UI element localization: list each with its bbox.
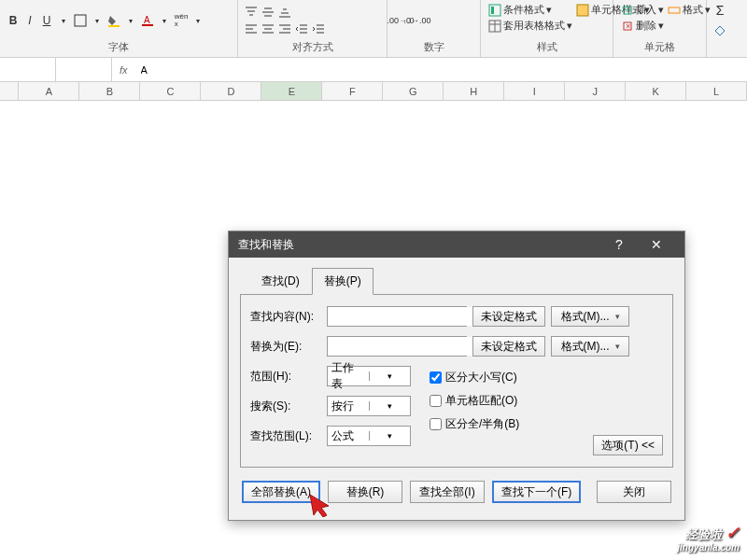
align-center-icon[interactable] xyxy=(261,21,275,36)
underline-button[interactable]: U xyxy=(39,13,54,28)
group-label-font: 字体 xyxy=(6,40,232,55)
column-headers: ABCDEFGHIJKL xyxy=(0,82,747,101)
help-button[interactable]: ? xyxy=(600,231,638,258)
search-label: 搜索(S): xyxy=(250,399,321,414)
watermark: 经验啦✓ jingyanla.com xyxy=(677,526,740,554)
fill-color-button[interactable] xyxy=(106,13,121,28)
chevron-down-icon[interactable]: ▾ xyxy=(90,13,105,28)
lookin-select[interactable]: 公式▾ xyxy=(327,426,411,446)
svg-rect-33 xyxy=(577,5,588,16)
tab-replace[interactable]: 替换(P) xyxy=(312,268,374,295)
match-case-check[interactable]: 区分大小写(C) xyxy=(430,370,519,385)
svg-rect-29 xyxy=(491,7,494,14)
conditional-format-button[interactable]: 条件格式 ▾ xyxy=(486,2,554,18)
replace-button[interactable]: 替换(R) xyxy=(328,481,402,503)
chevron-down-icon[interactable]: ▾ xyxy=(56,13,71,28)
delete-button[interactable]: ×删除 ▾ xyxy=(619,18,666,34)
format-button[interactable]: 格式 ▾ xyxy=(666,2,712,18)
indent-increase-icon[interactable] xyxy=(311,21,326,36)
svg-text:+: + xyxy=(626,6,630,15)
ribbon-group-cells: +插入 ▾ ×删除 ▾ 格式 ▾ 单元格 xyxy=(613,0,707,57)
insert-button[interactable]: +插入 ▾ xyxy=(619,2,666,18)
close-button[interactable]: 关闭 xyxy=(597,481,671,503)
indent-decrease-icon[interactable] xyxy=(294,21,309,36)
column-header[interactable]: F xyxy=(322,82,383,100)
group-label-styles: 样式 xyxy=(486,40,607,55)
fill-icon[interactable] xyxy=(712,23,727,38)
dialog-tabs: 查找(D) 替换(P) xyxy=(249,267,673,294)
border-button[interactable] xyxy=(73,13,88,28)
search-select[interactable]: 按行▾ xyxy=(327,396,411,416)
column-header[interactable]: A xyxy=(19,82,79,100)
align-bottom-icon[interactable] xyxy=(277,5,292,20)
find-format-button[interactable]: 格式(M)...▾ xyxy=(551,306,629,327)
align-top-icon[interactable] xyxy=(244,5,259,20)
svg-rect-28 xyxy=(489,5,500,16)
match-width-check[interactable]: 区分全/半角(B) xyxy=(430,416,519,432)
italic-button[interactable]: I xyxy=(22,13,37,28)
ribbon-group-number: .00→.0 .0→.00 数字 xyxy=(388,0,481,57)
svg-rect-1 xyxy=(108,25,120,27)
column-header[interactable]: C xyxy=(140,82,201,100)
replace-all-button[interactable]: 全部替换(A) xyxy=(242,481,320,503)
ribbon-group-styles: 条件格式 ▾ 套用表格格式 ▾ 单元格样式 ▾ 样式 xyxy=(481,0,613,57)
ribbon: B I U ▾ ▾ ▾ A ▾ wénx ▾ 字体 xyxy=(0,0,747,58)
svg-rect-3 xyxy=(142,24,153,26)
svg-rect-0 xyxy=(75,15,86,26)
replace-format-preview: 未设定格式 xyxy=(472,336,545,357)
spreadsheet-grid: ABCDEFGHIJKL xyxy=(0,82,747,101)
lookin-label: 查找范围(L): xyxy=(250,428,321,444)
scope-select[interactable]: 工作表▾ xyxy=(327,366,411,386)
replace-format-button[interactable]: 格式(M)...▾ xyxy=(551,336,629,357)
chevron-down-icon[interactable]: ▾ xyxy=(157,13,172,28)
find-replace-dialog: 查找和替换 ? ✕ 查找(D) 替换(P) 查找内容(N): ▾ 未设定格式 格… xyxy=(228,231,685,521)
svg-rect-38 xyxy=(669,7,680,13)
ribbon-group-font: B I U ▾ ▾ ▾ A ▾ wénx ▾ 字体 xyxy=(0,0,238,57)
find-next-button[interactable]: 查找下一个(F) xyxy=(492,481,581,503)
replace-input[interactable]: ▾ xyxy=(327,336,467,357)
column-header[interactable]: I xyxy=(504,82,565,100)
scope-label: 范围(H): xyxy=(250,369,321,385)
select-all-corner[interactable] xyxy=(0,82,19,100)
column-header[interactable]: H xyxy=(444,82,504,100)
formula-bar: fx xyxy=(0,58,747,82)
format-table-button[interactable]: 套用表格格式 ▾ xyxy=(486,18,574,34)
decimal-decrease-icon[interactable]: .0→.00 xyxy=(410,13,425,28)
find-all-button[interactable]: 查找全部(I) xyxy=(410,481,485,503)
find-input[interactable]: ▾ xyxy=(327,306,467,327)
dialog-titlebar[interactable]: 查找和替换 ? ✕ xyxy=(229,231,684,258)
bold-button[interactable]: B xyxy=(6,13,21,28)
formula-input[interactable] xyxy=(135,58,747,81)
group-label-align: 对齐方式 xyxy=(244,40,381,55)
replace-label: 替换为(E): xyxy=(250,339,321,355)
column-header[interactable]: K xyxy=(626,82,686,100)
ribbon-group-align: 对齐方式 xyxy=(238,0,388,57)
column-header[interactable]: G xyxy=(383,82,444,100)
align-left-icon[interactable] xyxy=(244,21,259,36)
group-label-number: 数字 xyxy=(393,40,474,55)
align-right-icon[interactable] xyxy=(277,21,292,36)
align-middle-icon[interactable] xyxy=(261,5,275,20)
column-header[interactable]: E xyxy=(261,82,322,100)
column-header[interactable]: B xyxy=(79,82,140,100)
column-header[interactable]: D xyxy=(201,82,261,100)
find-format-preview: 未设定格式 xyxy=(472,306,545,327)
fx-icon[interactable]: fx xyxy=(112,64,135,76)
match-cell-check[interactable]: 单元格匹配(O) xyxy=(430,393,519,409)
name-box[interactable] xyxy=(0,58,56,81)
svg-text:A: A xyxy=(144,15,150,25)
autosum-icon[interactable]: Σ xyxy=(712,3,727,18)
column-header[interactable]: J xyxy=(565,82,626,100)
font-color-button[interactable]: A xyxy=(140,13,155,28)
dialog-title: 查找和替换 xyxy=(238,237,600,253)
chevron-down-icon[interactable]: ▾ xyxy=(190,13,205,28)
tab-find[interactable]: 查找(D) xyxy=(249,268,312,295)
phonetic-button[interactable]: wénx xyxy=(174,13,189,28)
chevron-down-icon[interactable]: ▾ xyxy=(123,13,138,28)
column-header[interactable]: L xyxy=(686,82,747,100)
close-icon[interactable]: ✕ xyxy=(638,231,675,258)
group-label-cells: 单元格 xyxy=(619,40,700,55)
options-button[interactable]: 选项(T) << xyxy=(593,435,663,455)
find-label: 查找内容(N): xyxy=(250,309,321,325)
svg-text:×: × xyxy=(626,21,630,31)
